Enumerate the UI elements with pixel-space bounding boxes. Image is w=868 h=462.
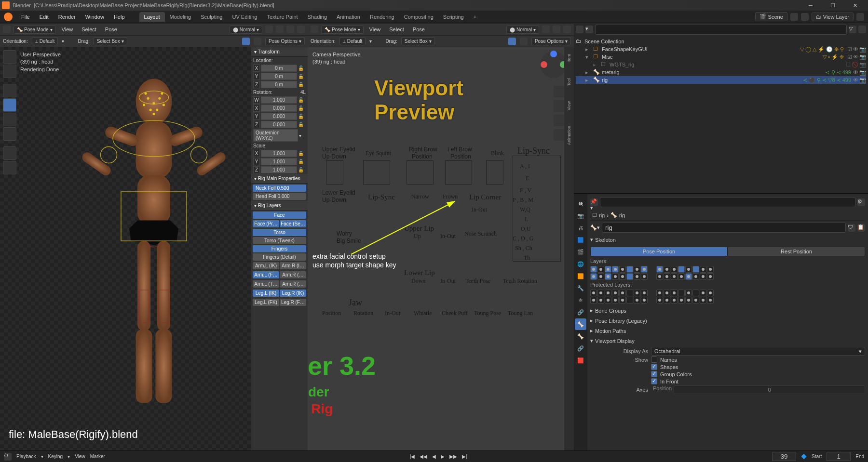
minimize-button[interactable]: ─: [800, 0, 822, 11]
proptab-bone[interactable]: 🦴: [575, 330, 586, 342]
outl-misc[interactable]: ▾ ☐ Misc ▽•⚡❉ ☑👁📷: [576, 53, 866, 61]
vp2-tab-item[interactable]: Item: [566, 51, 572, 66]
scene-select[interactable]: 🎬 Scene: [755, 12, 787, 21]
menu-help[interactable]: Help: [109, 14, 130, 20]
proptab-material[interactable]: 🟥: [575, 355, 586, 366]
tool-annotate[interactable]: [3, 146, 16, 160]
jump-end-icon[interactable]: ▶|: [462, 454, 467, 459]
layer-armr-ik[interactable]: Arm.R (I…: [280, 262, 306, 269]
eye-icon[interactable]: 👁: [853, 46, 858, 53]
outl-wgts[interactable]: ▸ ☐ WGTS_rig ☐🚫📷: [576, 61, 866, 68]
tool-measure[interactable]: [3, 161, 16, 174]
scl-z[interactable]: 1.000: [261, 166, 297, 173]
tool-scale[interactable]: [3, 113, 16, 126]
render-icon[interactable]: 📷: [859, 46, 866, 53]
layer-torso-tweak[interactable]: Torso (Tweak): [253, 237, 306, 244]
layer-face-se[interactable]: Face (Se…: [280, 220, 306, 227]
workspace-uv[interactable]: UV Editing: [227, 12, 262, 22]
menu-edit[interactable]: Edit: [35, 14, 54, 20]
viewlayer-select[interactable]: 🗂 View Layer: [812, 13, 854, 21]
next-keyframe-icon[interactable]: ▶▶: [449, 454, 457, 459]
npanel-rigmain-header[interactable]: ▾ Rig Main Properties: [251, 174, 308, 184]
overlay-icon[interactable]: [286, 26, 294, 33]
vp2-mode-select[interactable]: 🦴 Pose Mode ▾: [321, 26, 364, 34]
overlay-dd-icon[interactable]: [297, 26, 305, 33]
blender-logo-icon[interactable]: [4, 13, 13, 21]
workspace-add[interactable]: +: [469, 12, 481, 22]
proptab-constraint[interactable]: 🔗: [575, 306, 586, 318]
workspace-rendering[interactable]: Rendering: [365, 12, 399, 22]
orientation-select[interactable]: ⟂ Default: [32, 37, 58, 45]
sb-playback[interactable]: Playback: [16, 454, 36, 459]
loc-x[interactable]: 0 m: [261, 65, 297, 72]
layer-arml-fk[interactable]: Arm.L (F…: [253, 271, 279, 278]
props-options-icon[interactable]: ⚙: [857, 198, 865, 206]
menu-window[interactable]: Window: [81, 14, 109, 20]
outl-rig[interactable]: ▸ 🦴 rig ≺ ⚫ ⚲ ≺ ▽8 ≺ 499 👁📷: [576, 76, 866, 84]
show-group-colors-checkbox[interactable]: [651, 371, 657, 377]
loc-y[interactable]: 0 m: [261, 73, 297, 80]
shading-normal[interactable]: ⬤ Normal ▾: [230, 26, 262, 34]
crumb-rig2[interactable]: rig: [619, 212, 625, 218]
vp-menu-pose[interactable]: Pose: [102, 26, 120, 32]
layer-torso[interactable]: Torso: [253, 229, 306, 236]
vp2-orient[interactable]: ⟂ Default: [339, 37, 366, 45]
outliner-filter-icon[interactable]: ▽: [849, 26, 856, 33]
start-frame[interactable]: [827, 452, 851, 461]
loc-z[interactable]: 0 m: [261, 81, 297, 88]
workspace-animation[interactable]: Animation: [332, 12, 365, 22]
sb-keying[interactable]: Keying: [48, 454, 63, 459]
outl-metarig[interactable]: ▸ 🦴 metarig ≺ ⚲ ≺ 499 👁📷: [576, 68, 866, 76]
tool-move[interactable]: [3, 84, 16, 97]
vp2-tab-view[interactable]: View: [566, 98, 572, 113]
workspace-scripting[interactable]: Scripting: [438, 12, 469, 22]
character-model[interactable]: [72, 67, 236, 414]
vp2-shading[interactable]: ⬤ Normal ▾: [506, 26, 539, 34]
scene-new-icon[interactable]: [801, 13, 809, 21]
vp2-snap-icon[interactable]: [542, 26, 550, 33]
rot-mode[interactable]: Quaternion (WXYZ): [253, 129, 298, 142]
mirror-opts-icon[interactable]: [254, 38, 261, 45]
prop-edit-icon[interactable]: [276, 26, 284, 33]
exclude-icon[interactable]: ☑: [847, 46, 852, 53]
proptab-viewlayer[interactable]: 🟦: [575, 234, 586, 246]
vp2-drag[interactable]: Select Box ▾: [401, 37, 435, 45]
timeline-icon[interactable]: ⏱: [4, 453, 12, 461]
prev-keyframe-icon[interactable]: ◀◀: [420, 454, 427, 459]
editor-type-icon[interactable]: [3, 26, 11, 33]
workspace-modeling[interactable]: Modeling: [165, 12, 196, 22]
vp2-pose-options[interactable]: Pose Options ▾: [531, 37, 571, 45]
current-frame[interactable]: [772, 452, 796, 461]
play-icon[interactable]: ▶: [441, 454, 445, 459]
layer-legr-ik[interactable]: Leg.R (IK): [280, 290, 306, 297]
axes-position[interactable]: 0: [674, 385, 865, 394]
show-shapes-checkbox[interactable]: [651, 364, 657, 370]
vp-menu-view[interactable]: View: [59, 26, 76, 32]
vp2-menu-select[interactable]: Select: [386, 26, 407, 32]
jump-start-icon[interactable]: |◀: [410, 454, 415, 459]
play-rev-icon[interactable]: ◀: [432, 454, 436, 459]
layer-arml-ik[interactable]: Arm.L (IK): [253, 262, 279, 269]
proptab-modifier[interactable]: 🔧: [575, 282, 586, 294]
vp2-mirror-icon[interactable]: [508, 38, 516, 45]
proptab-world[interactable]: 🌐: [575, 258, 586, 270]
outl-scene-collection[interactable]: 🗀 Scene Collection: [576, 38, 866, 45]
workspace-shading[interactable]: Shading: [303, 12, 332, 22]
layer-fingers[interactable]: Fingers: [253, 245, 306, 252]
vp-menu-select[interactable]: Select: [79, 26, 99, 32]
vp2-overlay2-icon[interactable]: [563, 26, 571, 33]
pose-position-button[interactable]: Pose Position: [590, 247, 728, 256]
vp2-tab-animation[interactable]: Animation: [566, 123, 572, 148]
tool-cursor[interactable]: [3, 65, 16, 78]
crumb-rig1[interactable]: rig: [599, 212, 605, 218]
rest-position-button[interactable]: Rest Position: [728, 247, 865, 256]
outliner-display-icon[interactable]: [576, 26, 583, 33]
rot-z[interactable]: 0.000: [261, 121, 297, 128]
tool-transform[interactable]: [3, 127, 16, 141]
layer-face-pr[interactable]: Face (Pr…: [253, 220, 279, 227]
panel-skeleton[interactable]: ▾ Skeleton: [590, 235, 865, 245]
workspace-layout[interactable]: Layout: [139, 12, 165, 22]
scl-y[interactable]: 1.000: [261, 158, 297, 165]
viewlayer-new-icon[interactable]: [856, 13, 864, 21]
vp2-overlay-icon[interactable]: [553, 26, 560, 33]
